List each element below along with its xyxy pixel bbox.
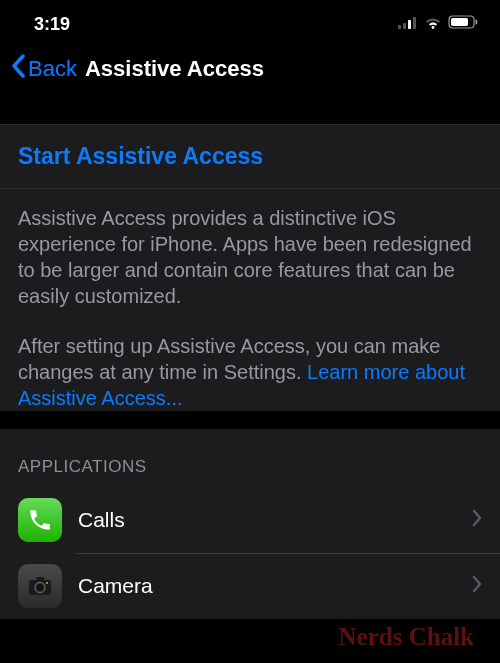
app-row-camera[interactable]: Camera [0, 553, 500, 619]
start-section: Start Assistive Access [0, 124, 500, 189]
description-section: Assistive Access provides a distinctive … [0, 189, 500, 411]
battery-icon [448, 15, 478, 33]
start-assistive-access-button[interactable]: Start Assistive Access [0, 124, 500, 189]
chevron-right-icon [472, 509, 482, 531]
chevron-right-icon [472, 575, 482, 597]
calls-app-icon [18, 498, 62, 542]
app-row-calls[interactable]: Calls [0, 487, 500, 553]
svg-rect-2 [408, 20, 411, 29]
status-time: 3:19 [34, 14, 70, 35]
svg-point-4 [432, 26, 435, 29]
svg-rect-3 [413, 17, 416, 29]
svg-rect-7 [476, 20, 478, 25]
app-label: Calls [78, 508, 456, 532]
camera-app-icon [18, 564, 62, 608]
wifi-icon [424, 15, 442, 33]
svg-rect-6 [451, 18, 468, 26]
svg-point-12 [46, 582, 48, 584]
description-paragraph-1: Assistive Access provides a distinctive … [18, 205, 482, 309]
chevron-left-icon [10, 54, 26, 84]
description-paragraph-2: After setting up Assistive Access, you c… [18, 333, 482, 411]
back-button[interactable]: Back [10, 54, 77, 84]
back-label: Back [28, 56, 77, 82]
watermark: Nerds Chalk [339, 623, 474, 651]
app-label: Camera [78, 574, 456, 598]
svg-rect-1 [403, 23, 406, 29]
svg-point-11 [37, 584, 44, 591]
cellular-icon [398, 15, 418, 33]
svg-rect-0 [398, 25, 401, 29]
page-title: Assistive Access [85, 56, 264, 82]
status-icons [398, 15, 478, 33]
applications-header: APPLICATIONS [0, 429, 500, 487]
nav-bar: Back Assistive Access [0, 44, 500, 102]
applications-list: Calls Camera [0, 487, 500, 619]
svg-rect-9 [36, 577, 44, 581]
status-bar: 3:19 [0, 0, 500, 44]
